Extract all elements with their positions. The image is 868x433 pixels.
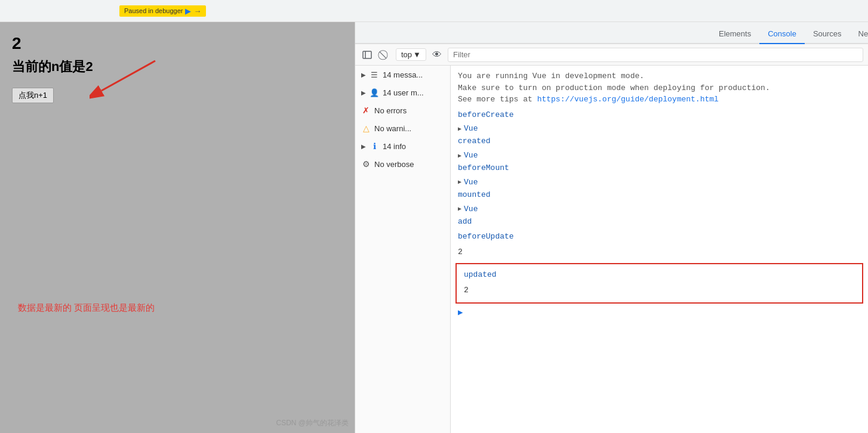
increment-button[interactable]: 点我n+1	[12, 88, 54, 103]
tab-network[interactable]: Network	[850, 24, 868, 44]
warnings-icon: △	[361, 123, 371, 133]
console-before-update: beforeUpdate	[451, 230, 868, 245]
paused-badge: Paused in debugger ▶ →	[119, 5, 206, 17]
devtools-toolbar: ⃠ top ▼ 👁	[355, 44, 868, 66]
context-value: top	[401, 50, 412, 59]
user-messages-icon: 👤	[370, 88, 379, 97]
highlighted-box: updated 2	[455, 263, 863, 304]
context-selector[interactable]: top ▼	[396, 48, 426, 61]
sidebar-item-messages[interactable]: ▶ ☰ 14 messa...	[355, 66, 450, 83]
console-value-2b: 2	[464, 283, 855, 299]
sidebar-item-user-messages[interactable]: ▶ 👤 14 user m...	[355, 83, 450, 101]
page-number: 2	[12, 34, 343, 53]
arrow-icon: ▶	[458, 178, 461, 185]
eye-icon[interactable]: 👁	[430, 48, 444, 62]
verbose-icon: ⚙	[361, 159, 371, 169]
messages-icon: ☰	[370, 70, 379, 79]
vue-expand-label: Vue	[464, 124, 478, 133]
vue-expand-label: Vue	[464, 205, 478, 214]
errors-label: No errors	[374, 106, 407, 115]
context-dropdown-icon: ▼	[413, 50, 421, 59]
arrow-icon: ▶	[458, 125, 461, 132]
console-vue-4[interactable]: ▶ Vue	[451, 203, 868, 215]
warnings-label: No warni...	[374, 124, 411, 133]
page-note: 数据是最新的 页面呈现也是最新的	[18, 302, 155, 314]
console-vue-3[interactable]: ▶ Vue	[451, 177, 868, 188]
page-heading: 当前的n值是2	[12, 58, 343, 76]
messages-count: 14 messa...	[383, 70, 423, 79]
svg-line-1	[101, 61, 155, 91]
tab-sources[interactable]: Sources	[805, 24, 850, 44]
prompt-icon: ▶	[458, 307, 463, 317]
console-value-2a: 2	[451, 245, 868, 261]
vue-link[interactable]: https://vuejs.org/guide/deployment.html	[537, 95, 719, 104]
paused-label: Paused in debugger	[124, 7, 183, 14]
console-updated: updated	[464, 268, 855, 283]
arrow-icon: ▶	[458, 152, 461, 159]
console-mounted: mounted	[451, 188, 868, 203]
console-before-mount: beforeMount	[451, 161, 868, 177]
user-messages-count: 14 user m...	[383, 88, 424, 97]
console-vue-1[interactable]: ▶ Vue	[451, 123, 868, 134]
clear-console-icon[interactable]: ⃠	[378, 48, 392, 62]
vue-expand-label: Vue	[464, 178, 478, 187]
info-icon: ℹ	[370, 141, 379, 151]
resume-icon[interactable]: ▶	[185, 7, 191, 16]
expand-icon: ▶	[361, 89, 366, 96]
tab-elements[interactable]: Elements	[710, 24, 759, 44]
page-content: 2 当前的n值是2 点我n+1 数据是最新的 页面呈现也是最新的 CSDN @帅…	[0, 22, 355, 433]
top-bar: Paused in debugger ▶ →	[0, 0, 868, 22]
devtools-body: ▶ ☰ 14 messa... ▶ 👤 14 user m... ✗ No er…	[355, 66, 868, 433]
vue-expand-label: Vue	[464, 151, 478, 160]
watermark: CSDN @帅气的花泽类	[276, 418, 349, 428]
vue-warning-note: You are running Vue in development mode.…	[451, 68, 868, 108]
svg-rect-2	[363, 51, 371, 58]
sidebar-item-info[interactable]: ▶ ℹ 14 info	[355, 137, 450, 155]
console-prompt[interactable]: ▶	[451, 306, 868, 318]
sidebar-toggle-icon[interactable]	[360, 48, 374, 62]
console-vue-2[interactable]: ▶ Vue	[451, 150, 868, 161]
sidebar-item-warnings[interactable]: △ No warni...	[355, 119, 450, 137]
arrow-icon: ▶	[458, 205, 461, 212]
errors-icon: ✗	[361, 106, 371, 115]
info-count: 14 info	[383, 142, 406, 151]
verbose-label: No verbose	[374, 160, 414, 169]
devtools-nav: Elements Console Sources Network Perform…	[355, 22, 868, 44]
console-created: created	[451, 134, 868, 150]
tab-console[interactable]: Console	[759, 24, 805, 44]
console-before-create: beforeCreate	[451, 108, 868, 123]
expand-icon: ▶	[361, 72, 366, 78]
expand-icon: ▶	[361, 143, 366, 150]
console-add: add	[451, 215, 868, 230]
main-content: 2 当前的n值是2 点我n+1 数据是最新的 页面呈现也是最新的 CSDN @帅…	[0, 22, 868, 433]
sidebar-item-errors[interactable]: ✗ No errors	[355, 101, 450, 119]
red-arrow-icon	[90, 55, 161, 103]
filter-input[interactable]	[448, 48, 863, 62]
console-output: You are running Vue in development mode.…	[451, 66, 868, 433]
sidebar-item-verbose[interactable]: ⚙ No verbose	[355, 155, 450, 173]
devtools-panel: Elements Console Sources Network Perform…	[355, 22, 868, 433]
console-sidebar: ▶ ☰ 14 messa... ▶ 👤 14 user m... ✗ No er…	[355, 66, 451, 433]
step-over-icon[interactable]: →	[193, 7, 201, 16]
